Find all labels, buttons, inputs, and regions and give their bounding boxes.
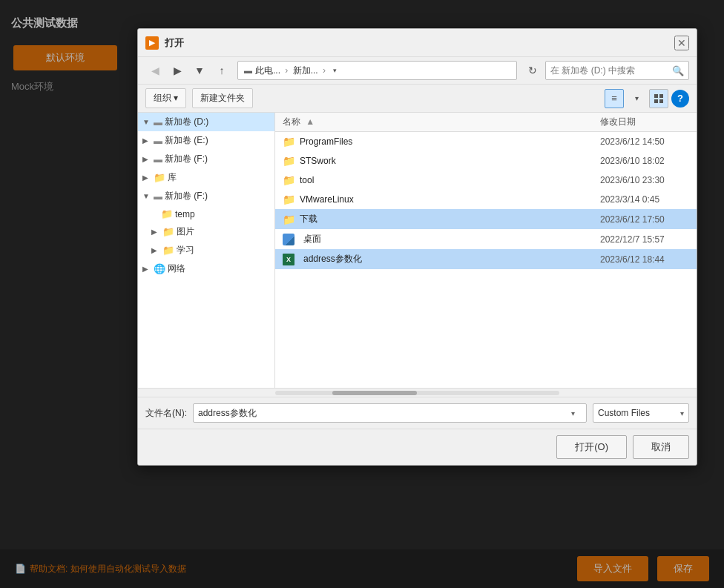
file-name-desktop: 桌面 [303,233,596,245]
horizontal-scrollbar-thumb[interactable] [332,391,418,395]
study-label: 学习 [177,244,194,257]
folder-programfiles-icon: 📁 [283,136,295,148]
horizontal-scrollbar-area [138,388,697,397]
breadcrumb-sep1: › [285,65,288,76]
file-row-download[interactable]: 📁 下载 2023/6/12 17:50 [275,209,697,229]
pictures-label: 图片 [177,225,194,238]
left-tree-panel: ▼ ▬ 新加卷 (D:) ▶ ▬ 新加卷 (E:) ▶ ▬ 新加卷 (F:) ▶… [138,113,275,388]
desktop-icon [283,234,294,245]
file-row-programfiles[interactable]: 📁 ProgramFiles 2023/6/12 14:50 [275,132,697,151]
breadcrumb-drive: 新加... [290,65,320,77]
breadcrumb-bar[interactable]: ▬ 此电... › 新加... › ▾ [237,61,517,80]
tree-arrow-f-top: ▶ [142,155,151,163]
drive-e-label: 新加卷 (E:) [165,134,208,147]
tree-item-network[interactable]: ▶ 🌐 网络 [138,260,274,278]
svg-rect-3 [659,99,663,103]
file-row-tool[interactable]: 📁 tool 2023/6/10 23:30 [275,171,697,190]
folder-download-icon: 📁 [283,214,295,225]
file-date-stswork: 2023/6/10 18:02 [600,156,689,166]
help-button[interactable]: ? [671,90,689,108]
tree-item-drive-f-expanded[interactable]: ▼ ▬ 新加卷 (F:) [138,187,274,205]
new-folder-button[interactable]: 新建文件夹 [192,88,253,108]
temp-label: temp [175,209,195,219]
file-row-desktop[interactable]: 桌面 2022/12/7 15:57 [275,229,697,249]
drive-e-icon: ▬ [154,136,162,146]
tree-arrow-d: ▼ [142,118,151,126]
file-date-vmwarelinux: 2023/3/14 0:45 [600,194,689,205]
tree-arrow-f-exp: ▼ [142,192,151,200]
library-icon: 📁 [154,172,165,183]
dialog-close-button[interactable]: ✕ [674,36,689,50]
breadcrumb-dropdown[interactable]: ▾ [328,64,341,77]
svg-rect-1 [659,94,663,98]
file-name-tool: tool [300,175,596,185]
col-date-header: 修改日期 [600,116,689,128]
file-row-address[interactable]: X address参数化 2023/6/12 18:44 [275,249,697,269]
filename-dropdown-icon[interactable]: ▾ [571,409,582,417]
file-date-download: 2023/6/12 17:50 [600,214,689,225]
file-open-dialog: ▶ 打开 ✕ ◀ ▶ ▼ ↑ ▬ 此电... › 新加... › ▾ ↻ 🔍 组… [137,28,697,466]
file-row-stswork[interactable]: 📁 STSwork 2023/6/10 18:02 [275,151,697,171]
view-list-button[interactable]: ≡ [605,89,624,108]
horizontal-scrollbar-track [275,391,559,395]
organize-button[interactable]: 组织 ▾ [145,88,186,108]
tree-item-library[interactable]: ▶ 📁 库 [138,168,274,187]
refresh-button[interactable]: ↻ [523,61,542,80]
filetype-dropdown-icon: ▾ [680,409,684,417]
view-dropdown-button[interactable]: ▾ [627,89,646,108]
view-large-icon-button[interactable] [649,89,668,108]
tree-item-drive-e[interactable]: ▶ ▬ 新加卷 (E:) [138,131,274,150]
tree-item-drive-f-top[interactable]: ▶ ▬ 新加卷 (F:) [138,150,274,168]
breadcrumb-icon: ▬ [244,66,252,75]
file-row-vmwarelinux[interactable]: 📁 VMwareLinux 2023/3/14 0:45 [275,190,697,209]
cancel-button[interactable]: 取消 [633,435,689,459]
nav-dropdown-button[interactable]: ▼ [190,61,209,80]
file-date-tool: 2023/6/10 23:30 [600,175,689,185]
file-list-header: 名称 ▲ 修改日期 [275,113,697,132]
breadcrumb-sep2: › [323,65,326,76]
tree-item-pictures[interactable]: ▶ 📁 图片 [138,222,274,241]
folder-vmware-icon: 📁 [283,194,295,205]
filetype-select[interactable]: Custom Files ▾ [593,403,689,423]
organize-label: 组织 ▾ [154,92,178,105]
file-name-download: 下载 [300,213,596,225]
file-date-programfiles: 2023/6/12 14:50 [600,136,689,147]
tree-arrow-e: ▶ [142,136,151,145]
dialog-button-bar: 打开(O) 取消 [138,429,697,465]
tree-item-drive-d[interactable]: ▼ ▬ 新加卷 (D:) [138,113,274,131]
nav-back-button[interactable]: ◀ [145,61,165,80]
new-folder-label: 新建文件夹 [200,92,245,105]
svg-rect-2 [654,99,658,103]
folder-tool-icon: 📁 [283,174,295,186]
dialog-actionbar: 组织 ▾ 新建文件夹 ≡ ▾ ? [138,85,697,113]
tree-item-study[interactable]: ▶ 📁 学习 [138,241,274,260]
file-name-address: address参数化 [303,253,596,265]
filename-input-wrap: ▾ [193,403,587,423]
col-name-header: 名称 ▲ [283,116,600,128]
drive-d-icon: ▬ [154,117,162,128]
filename-label: 文件名(N): [145,407,187,420]
search-input[interactable] [550,65,669,76]
temp-icon: 📁 [161,208,173,219]
dialog-content: ▼ ▬ 新加卷 (D:) ▶ ▬ 新加卷 (E:) ▶ ▬ 新加卷 (F:) ▶… [138,113,697,388]
drive-d-label: 新加卷 (D:) [165,116,208,128]
file-name-programfiles: ProgramFiles [300,136,596,147]
nav-up-button[interactable]: ↑ [212,61,231,80]
open-button[interactable]: 打开(O) [556,435,627,459]
filename-input[interactable] [198,408,571,418]
tree-item-temp[interactable]: 📁 temp [138,205,274,222]
tree-arrow-study: ▶ [151,246,160,254]
drive-f-top-label: 新加卷 (F:) [165,153,208,165]
filetype-text: Custom Files [598,408,677,418]
network-icon: 🌐 [154,263,165,274]
view-toggle: ≡ ▾ ? [605,89,689,108]
drive-f-exp-icon: ▬ [154,191,162,202]
dialog-titlebar: ▶ 打开 ✕ [138,29,697,57]
dialog-toolbar: ◀ ▶ ▼ ↑ ▬ 此电... › 新加... › ▾ ↻ 🔍 [138,57,697,85]
dialog-title-text: 打开 [165,36,674,50]
file-name-stswork: STSwork [300,156,596,166]
file-date-address: 2023/6/12 18:44 [600,254,689,265]
drive-f-top-icon: ▬ [154,154,162,165]
large-icon-svg [654,93,664,104]
nav-forward-button[interactable]: ▶ [168,61,187,80]
